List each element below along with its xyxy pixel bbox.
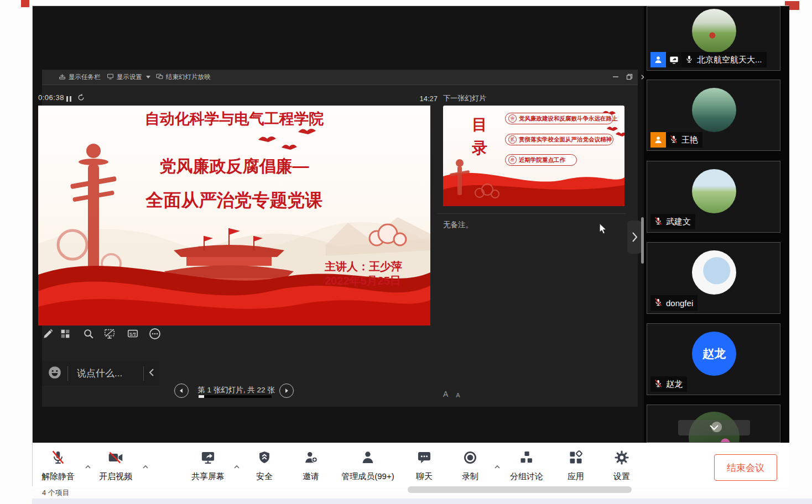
current-time: 14:27 xyxy=(398,95,438,103)
slide-sorter-icon[interactable] xyxy=(58,327,72,341)
person-add-icon xyxy=(303,450,319,468)
end-slideshow-icon xyxy=(156,73,163,81)
notes-text: 无备注。 xyxy=(443,220,473,230)
shield-icon xyxy=(257,450,272,468)
participant-info-bar: 武建文 xyxy=(650,214,695,229)
breakout-rooms-label: 分组讨论 xyxy=(510,471,543,482)
participant-name: 王艳 xyxy=(681,135,698,145)
apps-label: 应用 xyxy=(568,471,584,482)
slide-progress-bar[interactable] xyxy=(199,395,272,398)
avatar: 赵龙 xyxy=(692,332,736,376)
close-icon[interactable] xyxy=(638,72,644,82)
participant-info-bar: 王艳 xyxy=(650,132,702,148)
zoom-icon[interactable] xyxy=(81,327,96,341)
participant-name: 北京航空航天大... xyxy=(697,55,762,65)
font-increase-button[interactable]: A xyxy=(443,390,448,398)
minimize-button[interactable] xyxy=(611,72,621,82)
pause-timer-button[interactable] xyxy=(66,95,72,104)
display-settings-icon xyxy=(107,73,114,81)
toc-num-1: 壹 xyxy=(508,114,517,123)
record-icon xyxy=(462,450,478,468)
toc-text-1: 党风廉政建设和反腐败斗争永远在路上 xyxy=(519,115,618,123)
comment-bar: 说点什么... xyxy=(42,361,159,386)
avatar xyxy=(692,169,736,213)
restart-timer-button[interactable] xyxy=(77,93,85,104)
end-slideshow-button[interactable]: 结束幻灯片放映 xyxy=(156,70,211,85)
desktop-strip xyxy=(32,498,812,504)
participant-tile[interactable]: 赵龙 赵龙 xyxy=(647,323,780,395)
show-taskbar-label: 显示任务栏 xyxy=(69,73,101,81)
share-screen-icon xyxy=(200,450,216,468)
end-slideshow-label: 结束幻灯片放映 xyxy=(166,73,211,81)
avatar xyxy=(692,250,736,295)
show-taskbar-button[interactable]: 显示任务栏 xyxy=(59,70,101,85)
participant-tile[interactable]: 武建文 xyxy=(647,161,780,233)
toc-item-1: 壹 党风廉政建设和反腐败斗争永远在路上 xyxy=(505,113,613,124)
screen-share-icon xyxy=(666,52,681,67)
participant-tile[interactable]: dongfei xyxy=(647,242,780,314)
participant-tile[interactable]: 王艳 xyxy=(647,80,780,151)
notes-font-controls: A A xyxy=(443,390,460,398)
slide-school-name: 自动化科学与电气工程学院 xyxy=(38,109,430,129)
participant-name: dongfei xyxy=(666,298,693,308)
shared-screen-area: 显示任务栏 显示设置 结束幻灯片放映 0:06:38 14:27 xyxy=(33,6,644,443)
collapse-comment-icon[interactable] xyxy=(144,368,159,379)
mic-muted-icon xyxy=(669,134,678,146)
security-label: 安全 xyxy=(256,471,273,482)
avatar xyxy=(692,88,736,132)
video-options-chevron[interactable] xyxy=(142,464,149,470)
avatar xyxy=(692,9,736,53)
caret-down-icon xyxy=(146,76,150,78)
mic-muted-icon xyxy=(654,379,663,390)
comment-input[interactable]: 说点什么... xyxy=(68,367,143,380)
black-screen-icon[interactable] xyxy=(102,327,117,341)
background-red-fragment xyxy=(21,0,29,7)
slide-artwork xyxy=(38,106,430,326)
more-options-icon[interactable] xyxy=(148,327,162,341)
explorer-items-count: 4 个项目 xyxy=(42,488,70,498)
chat-icon xyxy=(417,450,432,468)
camera-off-icon xyxy=(107,450,124,468)
expand-panel-handle[interactable] xyxy=(627,221,642,254)
toc-text-2: 贯彻落实学校全面从严治党会议精神 xyxy=(519,136,612,144)
unmute-button[interactable]: 解除静音 xyxy=(25,450,91,482)
slide-progress-thumb[interactable] xyxy=(199,395,204,398)
background-window-scrollbar xyxy=(408,486,632,493)
start-video-button[interactable]: 开启视频 xyxy=(82,450,149,482)
next-slide-button[interactable] xyxy=(279,384,294,398)
previous-slide-button[interactable] xyxy=(174,384,189,398)
font-decrease-button[interactable]: A xyxy=(456,392,460,398)
pen-icon[interactable] xyxy=(41,327,55,341)
mic-muted-icon xyxy=(654,216,663,228)
settings-label: 设置 xyxy=(613,471,630,482)
subtitles-icon[interactable] xyxy=(126,327,140,341)
record-label: 录制 xyxy=(462,471,478,482)
collapse-list-button[interactable] xyxy=(678,420,750,435)
meeting-window: 显示任务栏 显示设置 结束幻灯片放映 0:06:38 14:27 xyxy=(32,6,789,486)
toc-char-1: 目 xyxy=(472,114,487,135)
manage-members-label: 管理成员(99+) xyxy=(341,471,394,482)
presenter-toolbar: 显示任务栏 显示设置 结束幻灯片放映 xyxy=(42,70,638,85)
screen: 显示任务栏 显示设置 结束幻灯片放映 0:06:38 14:27 xyxy=(0,0,812,504)
toc-num-3: 叁 xyxy=(508,156,517,164)
mic-muted-icon xyxy=(50,450,66,468)
end-meeting-button[interactable]: 结束会议 xyxy=(714,454,777,481)
display-settings-button[interactable]: 显示设置 xyxy=(107,70,150,85)
current-slide[interactable]: 自动化科学与电气工程学院 党风廉政反腐倡廉— 全面从严治党专题党课 主讲人：王少… xyxy=(38,106,430,326)
display-settings-label: 显示设置 xyxy=(117,73,142,81)
invite-button[interactable]: 邀请 xyxy=(278,450,344,482)
participant-info-bar: dongfei xyxy=(650,295,698,311)
participant-tile[interactable]: 北京航空航天大... xyxy=(647,6,780,71)
toc-text-3: 近期学院重点工作 xyxy=(519,156,565,164)
emoji-icon[interactable] xyxy=(42,365,67,382)
participant-tile[interactable] xyxy=(647,405,780,443)
chat-label: 聊天 xyxy=(416,471,433,482)
restore-button[interactable] xyxy=(624,72,634,82)
taskbar-icon xyxy=(59,73,66,81)
mouse-cursor xyxy=(599,223,607,237)
toc-char-2: 录 xyxy=(472,138,487,159)
settings-button[interactable]: 设置 xyxy=(589,450,655,482)
slide-counter: 第 1 张幻灯片, 共 22 张 xyxy=(197,385,275,395)
gear-icon xyxy=(614,450,629,468)
next-slide-preview[interactable]: 目 录 壹 党风廉政建设和反腐败斗争永远在路上 贰 贯彻落实学校全面从严治党会议… xyxy=(443,106,624,206)
